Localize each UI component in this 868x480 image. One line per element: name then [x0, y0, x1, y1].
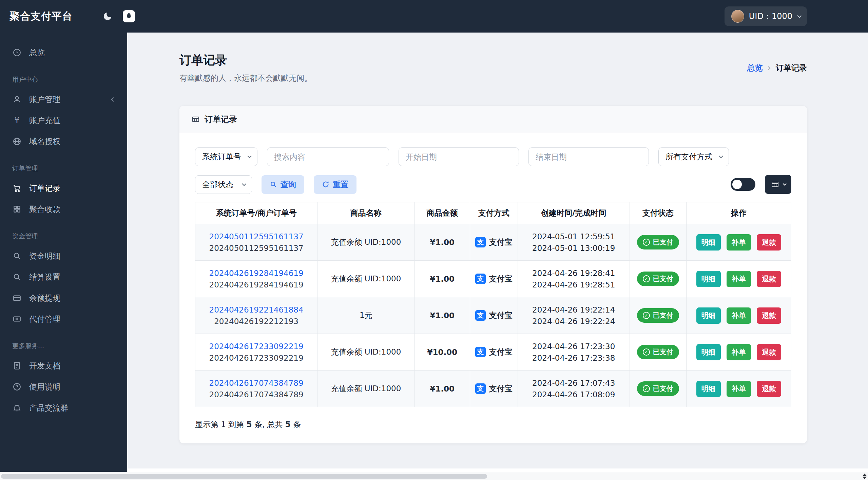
- refund-button[interactable]: 退款: [757, 234, 781, 251]
- columns-dropdown-button[interactable]: [765, 175, 791, 194]
- sidebar-item-balance-withdraw[interactable]: 余额提现: [0, 287, 127, 308]
- col-header: 商品金额: [414, 202, 470, 224]
- contact-icon: [123, 10, 135, 22]
- summary-total: 5: [285, 420, 291, 429]
- summary-count: 5: [247, 420, 252, 429]
- table-summary: 显示第 1 到第 5 条, 总共 5 条: [195, 419, 791, 430]
- detail-button[interactable]: 明细: [696, 271, 721, 287]
- sidebar-section-heading: 订单管理: [0, 152, 127, 178]
- end-date-input[interactable]: [528, 147, 649, 166]
- status-badge: ✓已支付: [637, 235, 679, 249]
- reissue-button[interactable]: 补单: [727, 381, 751, 397]
- sidebar-item-account-recharge[interactable]: ¥ 账户充值: [0, 110, 127, 131]
- status-select[interactable]: 全部状态: [195, 175, 252, 194]
- orders-table: 系统订单号/商户订单号 商品名称 商品金额 支付方式 创建时间/完成时间 支付状…: [195, 202, 791, 407]
- reissue-button[interactable]: 补单: [727, 307, 751, 324]
- dark-mode-button[interactable]: [102, 11, 113, 21]
- pay-method-label: 支付宝: [489, 383, 513, 394]
- table-row: 2024042619221461884 20240426192212193 1元…: [195, 297, 791, 334]
- detail-button[interactable]: 明细: [696, 234, 721, 251]
- reset-button[interactable]: 重置: [314, 175, 356, 194]
- sidebar-item-label: 订单记录: [29, 183, 60, 194]
- query-button[interactable]: 查询: [262, 175, 304, 194]
- finished-time: 2024-04-26 17:23:38: [521, 354, 626, 362]
- sidebar-item-fund-details[interactable]: 资金明细: [0, 245, 127, 266]
- col-header: 支付状态: [630, 202, 686, 224]
- created-time: 2024-04-26 19:28:41: [521, 269, 626, 278]
- table-row: 2024042617074384789 2024042617074384789 …: [195, 371, 791, 407]
- card-title: 订单记录: [205, 114, 237, 125]
- merchant-order-no: 20240426192212193: [199, 317, 314, 326]
- sidebar-item-order-records[interactable]: 订单记录: [0, 178, 127, 199]
- reissue-button[interactable]: 补单: [727, 234, 751, 251]
- refund-button[interactable]: 退款: [757, 344, 781, 360]
- pay-method-label: 支付宝: [489, 274, 513, 284]
- system-order-link[interactable]: 2024042619221461884: [199, 305, 314, 314]
- system-order-link[interactable]: 2024042619284194619: [199, 269, 314, 278]
- refund-button[interactable]: 退款: [757, 307, 781, 324]
- sidebar-item-usage-guide[interactable]: 使用说明: [0, 376, 127, 397]
- breadcrumb-home[interactable]: 总览: [747, 63, 763, 73]
- detail-button[interactable]: 明细: [696, 381, 721, 397]
- table-row: 2024042619284194619 2024042619284194619 …: [195, 261, 791, 297]
- refund-button[interactable]: 退款: [757, 381, 781, 397]
- yen-icon: ¥: [12, 116, 22, 124]
- user-menu[interactable]: UID：1000: [725, 6, 807, 26]
- merchant-order-no: 2024050112595161137: [199, 244, 314, 253]
- detail-button[interactable]: 明细: [696, 307, 721, 324]
- search-icon: [12, 273, 22, 281]
- toggle-knob: [732, 180, 742, 189]
- sidebar-item-label: 域名授权: [29, 136, 60, 147]
- sidebar-section-heading: 更多服务...: [0, 329, 127, 355]
- sidebar-item-overview[interactable]: 总览: [0, 42, 127, 63]
- sidebar-item-label: 余额提现: [29, 293, 60, 303]
- system-order-link[interactable]: 2024042617233092219: [199, 342, 314, 351]
- product-name: 充值余额 UID:1000: [317, 224, 414, 261]
- merchant-order-no: 2024042617233092219: [199, 354, 314, 362]
- moon-icon: [102, 11, 113, 21]
- check-icon: ✓: [643, 385, 650, 392]
- user-icon: [12, 95, 22, 104]
- uid-label: UID：1000: [749, 11, 792, 22]
- pay-method: 支支付宝: [475, 383, 513, 394]
- sidebar-item-payout-manage[interactable]: 代付管理: [0, 308, 127, 329]
- sidebar-item-dev-docs[interactable]: 开发文档: [0, 355, 127, 376]
- reissue-button[interactable]: 补单: [727, 271, 751, 287]
- product-amount: ¥1.00: [414, 297, 470, 334]
- horizontal-scrollbar[interactable]: [0, 472, 868, 480]
- sidebar-item-domain-auth[interactable]: 域名授权: [0, 131, 127, 152]
- scrollbar-arrows[interactable]: [863, 472, 867, 480]
- refund-button[interactable]: 退款: [757, 271, 781, 287]
- status-value: 全部状态: [202, 179, 233, 190]
- reissue-button[interactable]: 补单: [727, 344, 751, 360]
- alipay-icon: 支: [475, 237, 486, 247]
- chevron-down-icon: [242, 182, 246, 186]
- col-header: 商品名称: [317, 202, 414, 224]
- search-input[interactable]: [267, 147, 389, 166]
- pay-method-select[interactable]: 所有支付方式: [658, 147, 729, 166]
- finished-time: 2024-04-26 19:28:51: [521, 280, 626, 289]
- merchant-order-no: 2024042619284194619: [199, 280, 314, 289]
- product-amount: ¥1.00: [414, 371, 470, 407]
- contact-button[interactable]: [123, 10, 135, 22]
- sidebar-item-label: 资金明细: [29, 251, 60, 261]
- pay-method-label: 支付宝: [489, 347, 513, 357]
- sidebar-item-settlement[interactable]: 结算设置: [0, 266, 127, 287]
- col-header: 创建时间/完成时间: [518, 202, 630, 224]
- start-date-input[interactable]: [399, 147, 519, 166]
- breadcrumb: 总览 › 订单记录: [747, 63, 807, 73]
- visibility-toggle[interactable]: [731, 178, 755, 191]
- scroll-up-icon: [863, 474, 867, 476]
- sidebar-item-product-group[interactable]: 产品交流群: [0, 397, 127, 418]
- created-time: 2024-04-26 17:23:30: [521, 342, 626, 351]
- search-icon: [270, 181, 277, 188]
- detail-button[interactable]: 明细: [696, 344, 721, 360]
- table-icon: [771, 180, 779, 188]
- pay-method: 支支付宝: [475, 310, 513, 321]
- system-order-link[interactable]: 2024042617074384789: [199, 379, 314, 387]
- order-type-select[interactable]: 系统订单号: [195, 147, 257, 166]
- sidebar-item-aggregate-collect[interactable]: 聚合收款: [0, 199, 127, 220]
- sidebar-item-account-manage[interactable]: 账户管理: [0, 89, 127, 110]
- system-order-link[interactable]: 2024050112595161137: [199, 232, 314, 241]
- scrollbar-thumb[interactable]: [1, 474, 487, 479]
